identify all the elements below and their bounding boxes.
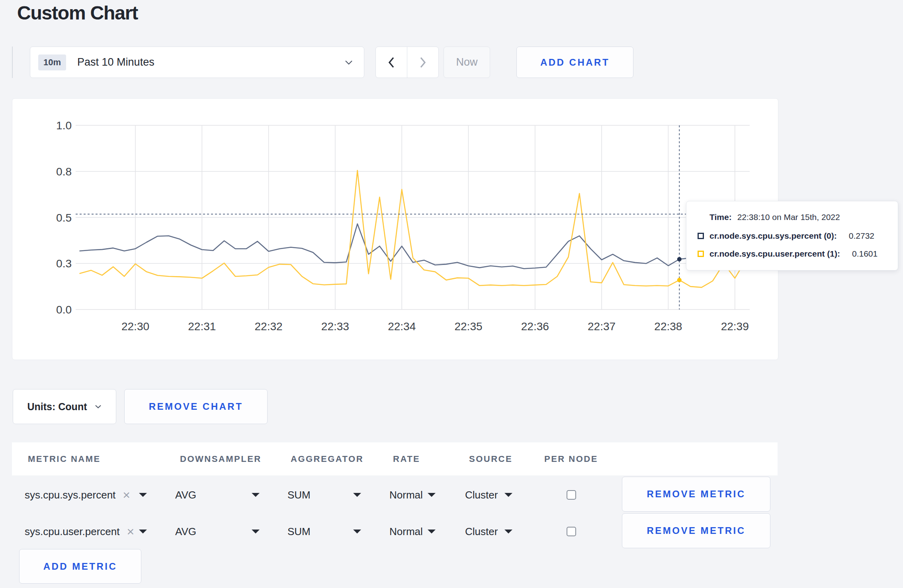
metrics-table-header: METRIC NAME DOWNSAMPLER AGGREGATOR RATE … [12,442,778,475]
rate-select[interactable]: Normal [389,477,436,513]
source-value: Cluster [465,489,498,501]
aggregator-select[interactable]: SUM [287,513,362,550]
metric-name-value: sys.cpu.sys.percent [25,489,115,501]
caret-down-icon [251,493,260,497]
chevron-down-icon [95,405,102,409]
svg-text:22:38: 22:38 [654,320,682,333]
svg-text:0.5: 0.5 [56,212,72,224]
rate-value: Normal [389,526,423,538]
header-aggregator: AGGREGATOR [291,454,364,464]
remove-chart-button[interactable]: REMOVE CHART [124,389,268,424]
svg-text:22:39: 22:39 [721,320,749,333]
units-select[interactable]: Units: Count [13,389,116,424]
downsampler-value: AVG [175,489,196,501]
aggregator-value: SUM [287,489,311,501]
header-source: SOURCE [469,454,512,464]
tooltip-series-sys-label: cr.node.sys.cpu.sys.percent (0): [710,231,837,241]
source-value: Cluster [465,526,498,538]
svg-text:1.0: 1.0 [56,119,72,132]
svg-text:22:33: 22:33 [321,320,349,333]
caret-down-icon [504,493,513,497]
downsampler-select[interactable]: AVG [175,477,260,513]
tooltip-series-sys-value: 0.2732 [849,231,874,241]
svg-text:22:32: 22:32 [255,320,283,333]
svg-text:22:30: 22:30 [121,320,149,333]
svg-text:22:31: 22:31 [188,320,216,333]
svg-text:22:35: 22:35 [454,320,482,333]
svg-text:22:36: 22:36 [521,320,549,333]
header-rate: RATE [393,454,420,464]
rate-select[interactable]: Normal [389,513,436,550]
rate-value: Normal [389,489,423,501]
header-metric-name: METRIC NAME [28,454,101,464]
aggregator-value: SUM [287,526,311,538]
add-metric-button[interactable]: ADD METRIC [19,549,141,584]
source-select[interactable]: Cluster [465,477,513,513]
source-select[interactable]: Cluster [465,513,513,550]
tooltip-time-value: 22:38:10 on Mar 15th, 2022 [737,212,840,222]
per-node-checkbox[interactable] [567,490,576,500]
per-node-checkbox[interactable] [567,527,576,536]
clear-metric-icon[interactable]: × [123,489,130,501]
caret-down-icon [353,493,362,497]
metric-name-value: sys.cpu.user.percent [25,526,119,538]
tooltip-time-label: Time: [710,212,732,222]
chart-tooltip: Time: 22:38:10 on Mar 15th, 2022 cr.node… [686,201,898,271]
metric-name-select[interactable]: sys.cpu.sys.percent× [25,477,147,513]
svg-text:22:34: 22:34 [388,320,416,333]
caret-down-icon [139,529,147,534]
series-sys-swatch-icon [698,233,704,239]
downsampler-value: AVG [175,526,196,538]
metric-row: sys.cpu.user.percent×AVGSUMNormalCluster… [12,513,778,550]
svg-text:0.0: 0.0 [56,304,72,316]
metric-name-select[interactable]: sys.cpu.user.percent× [25,513,147,550]
svg-text:0.3: 0.3 [56,257,72,270]
remove-metric-button[interactable]: REMOVE METRIC [622,513,770,548]
svg-text:0.8: 0.8 [56,165,72,178]
aggregator-select[interactable]: SUM [287,477,362,513]
caret-down-icon [504,529,513,534]
caret-down-icon [427,529,436,534]
caret-down-icon [251,529,260,534]
caret-down-icon [353,529,362,534]
remove-metric-button[interactable]: REMOVE METRIC [622,477,770,512]
header-downsampler: DOWNSAMPLER [180,454,262,464]
header-per-node: PER NODE [544,454,598,464]
tooltip-series-user-label: cr.node.sys.cpu.user.percent (1): [710,249,840,259]
caret-down-icon [427,493,436,497]
tooltip-series-user-value: 0.1601 [852,249,878,259]
series-user-swatch-icon [698,251,704,257]
downsampler-select[interactable]: AVG [175,513,260,550]
units-label: Units: Count [27,401,87,413]
clear-metric-icon[interactable]: × [127,525,134,538]
metric-row: sys.cpu.sys.percent×AVGSUMNormalClusterR… [12,477,778,513]
svg-text:22:37: 22:37 [588,320,616,333]
caret-down-icon [139,493,147,497]
